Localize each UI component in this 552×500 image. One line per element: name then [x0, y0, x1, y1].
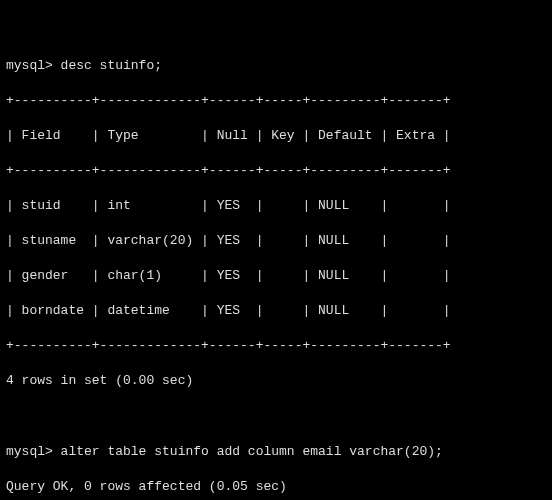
- table-header: | Field | Type | Null | Key | Default | …: [6, 127, 546, 145]
- query-ok: Query OK, 0 rows affected (0.05 sec): [6, 478, 546, 496]
- table-row: | stuname | varchar(20) | YES | | NULL |…: [6, 232, 546, 250]
- command-text: alter table stuinfo add column email var…: [61, 444, 443, 459]
- prompt-line-1: mysql> desc stuinfo;: [6, 57, 546, 75]
- command-text: desc stuinfo;: [61, 58, 162, 73]
- table-row: | stuid | int | YES | | NULL | |: [6, 197, 546, 215]
- blank-line: [6, 408, 546, 426]
- table-row: | borndate | datetime | YES | | NULL | |: [6, 302, 546, 320]
- table-border: +----------+-------------+------+-----+-…: [6, 162, 546, 180]
- table-row: | gender | char(1) | YES | | NULL | |: [6, 267, 546, 285]
- result-footer: 4 rows in set (0.00 sec): [6, 372, 546, 390]
- table-border: +----------+-------------+------+-----+-…: [6, 337, 546, 355]
- mysql-prompt: mysql>: [6, 58, 61, 73]
- mysql-prompt: mysql>: [6, 444, 61, 459]
- table-border: +----------+-------------+------+-----+-…: [6, 92, 546, 110]
- prompt-line-2: mysql> alter table stuinfo add column em…: [6, 443, 546, 461]
